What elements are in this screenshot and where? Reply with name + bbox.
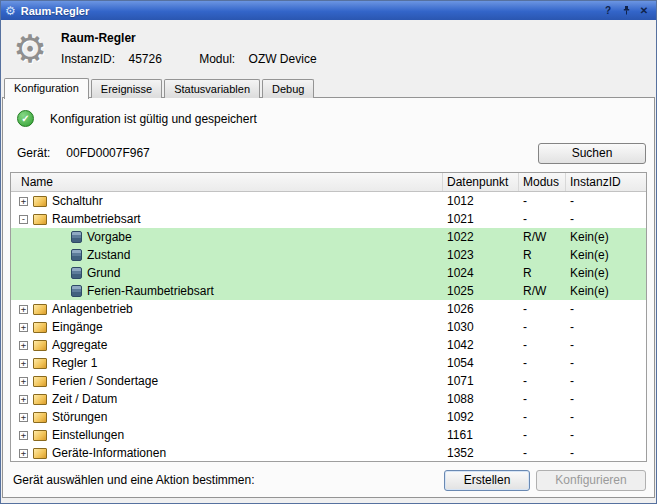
- help-button[interactable]: ?: [600, 3, 616, 18]
- cell-datenpunkt: 1025: [443, 284, 519, 298]
- table-row[interactable]: - Raumbetriebsart 1021 - -: [11, 210, 646, 228]
- table-row[interactable]: + Aggregate 1042 - -: [11, 336, 646, 354]
- column-header-datenpunkt[interactable]: Datenpunkt: [443, 173, 519, 191]
- title-bar[interactable]: ⚙ Raum-Regler ? ✕: [1, 1, 656, 20]
- pin-icon: [622, 5, 631, 16]
- row-name: Ferien / Sondertage: [52, 374, 158, 388]
- datapoint-icon: [71, 231, 82, 243]
- datapoint-table: Name Datenpunkt Modus InstanzID + Schalt…: [10, 172, 647, 462]
- folder-box-icon: [33, 304, 47, 315]
- name-cell: Vorgabe: [11, 230, 443, 244]
- cell-instanzid: -: [566, 320, 646, 334]
- cell-instanzid: -: [566, 446, 646, 460]
- folder-box-icon: [33, 358, 47, 369]
- cell-datenpunkt: 1026: [443, 302, 519, 316]
- row-name: Grund: [87, 266, 120, 280]
- table-row[interactable]: + Geräte-Informationen 1352 - -: [11, 444, 646, 462]
- column-header-instanzid[interactable]: InstanzID: [566, 173, 646, 191]
- row-name: Raumbetriebsart: [52, 212, 141, 226]
- folder-box-icon: [33, 394, 47, 405]
- table-row[interactable]: + Anlagenbetrieb 1026 - -: [11, 300, 646, 318]
- tree-expander[interactable]: +: [19, 197, 28, 206]
- cell-datenpunkt: 1071: [443, 374, 519, 388]
- cell-datenpunkt: 1161: [443, 428, 519, 442]
- table-row[interactable]: + Schaltuhr 1012 - -: [11, 192, 646, 210]
- cell-datenpunkt: 1030: [443, 320, 519, 334]
- name-cell: + Einstellungen: [11, 428, 443, 442]
- pin-button[interactable]: [618, 3, 634, 18]
- action-footer: Gerät auswählen und eine Aktion bestimme…: [10, 469, 646, 491]
- tree-expander[interactable]: +: [19, 395, 28, 404]
- table-body: + Schaltuhr 1012 - - - Raumbetriebsart 1…: [11, 192, 646, 462]
- column-header-modus[interactable]: Modus: [519, 173, 566, 191]
- row-name: Aggregate: [52, 338, 107, 352]
- cell-modus: -: [519, 302, 566, 316]
- row-name: Geräte-Informationen: [52, 446, 166, 460]
- tree-expander[interactable]: +: [19, 305, 28, 314]
- row-name: Anlagenbetrieb: [52, 302, 133, 316]
- name-cell: Zustand: [11, 248, 443, 262]
- name-cell: + Geräte-Informationen: [11, 446, 443, 460]
- cell-datenpunkt: 1088: [443, 392, 519, 406]
- cell-modus: -: [519, 320, 566, 334]
- folder-box-icon: [33, 214, 47, 225]
- cell-modus: R: [519, 248, 566, 262]
- cell-modus: R/W: [519, 284, 566, 298]
- cell-datenpunkt: 1021: [443, 212, 519, 226]
- cell-instanzid: Kein(e): [566, 248, 646, 262]
- name-cell: Ferien-Raumbetriebsart: [11, 284, 443, 298]
- search-button[interactable]: Suchen: [538, 143, 646, 164]
- instanzid-label: InstanzID:: [61, 52, 115, 66]
- table-row[interactable]: Grund 1024 R Kein(e): [11, 264, 646, 282]
- cell-modus: -: [519, 212, 566, 226]
- table-row[interactable]: + Störungen 1092 - -: [11, 408, 646, 426]
- cell-instanzid: -: [566, 338, 646, 352]
- table-row[interactable]: Vorgabe 1022 R/W Kein(e): [11, 228, 646, 246]
- page-title: Raum-Regler: [61, 31, 350, 45]
- folder-box-icon: [33, 376, 47, 387]
- cell-datenpunkt: 1352: [443, 446, 519, 460]
- folder-box-icon: [33, 196, 47, 207]
- cell-modus: -: [519, 356, 566, 370]
- cell-instanzid: -: [566, 212, 646, 226]
- row-name: Zeit / Datum: [52, 392, 117, 406]
- table-row[interactable]: + Einstellungen 1161 - -: [11, 426, 646, 444]
- cell-modus: R: [519, 266, 566, 280]
- tab-konfiguration[interactable]: Konfiguration: [4, 78, 89, 99]
- cell-instanzid: -: [566, 410, 646, 424]
- tree-expander[interactable]: +: [19, 359, 28, 368]
- folder-box-icon: [33, 340, 47, 351]
- tree-expander[interactable]: +: [19, 341, 28, 350]
- column-header-name[interactable]: Name: [11, 173, 443, 191]
- tree-indent: [19, 273, 57, 274]
- close-button[interactable]: ✕: [636, 3, 652, 18]
- cell-modus: -: [519, 446, 566, 460]
- tree-expander[interactable]: +: [19, 413, 28, 422]
- tree-expander[interactable]: -: [19, 215, 28, 224]
- tab-debug[interactable]: Debug: [262, 79, 314, 98]
- window-title: Raum-Regler: [21, 5, 598, 17]
- table-row[interactable]: + Zeit / Datum 1088 - -: [11, 390, 646, 408]
- cell-modus: -: [519, 338, 566, 352]
- tab-ereignisse[interactable]: Ereignisse: [91, 79, 162, 98]
- datapoint-icon: [71, 267, 82, 279]
- row-name: Vorgabe: [87, 230, 132, 244]
- tab-statusvariablen[interactable]: Statusvariablen: [164, 79, 260, 98]
- folder-box-icon: [33, 448, 47, 459]
- name-cell: + Zeit / Datum: [11, 392, 443, 406]
- tree-expander[interactable]: +: [19, 377, 28, 386]
- table-row[interactable]: + Regler 1 1054 - -: [11, 354, 646, 372]
- table-row[interactable]: Zustand 1023 R Kein(e): [11, 246, 646, 264]
- cell-datenpunkt: 1092: [443, 410, 519, 424]
- table-row[interactable]: Ferien-Raumbetriebsart 1025 R/W Kein(e): [11, 282, 646, 300]
- table-row[interactable]: + Ferien / Sondertage 1071 - -: [11, 372, 646, 390]
- cell-datenpunkt: 1054: [443, 356, 519, 370]
- app-window: ⚙ Raum-Regler ? ✕ ⚙ Raum-Regler InstanzI…: [0, 0, 657, 504]
- table-row[interactable]: + Eingänge 1030 - -: [11, 318, 646, 336]
- cell-datenpunkt: 1012: [443, 194, 519, 208]
- tree-expander[interactable]: +: [19, 449, 28, 458]
- create-button[interactable]: Erstellen: [444, 470, 530, 491]
- tree-expander[interactable]: +: [19, 431, 28, 440]
- tree-expander[interactable]: +: [19, 323, 28, 332]
- name-cell: + Regler 1: [11, 356, 443, 370]
